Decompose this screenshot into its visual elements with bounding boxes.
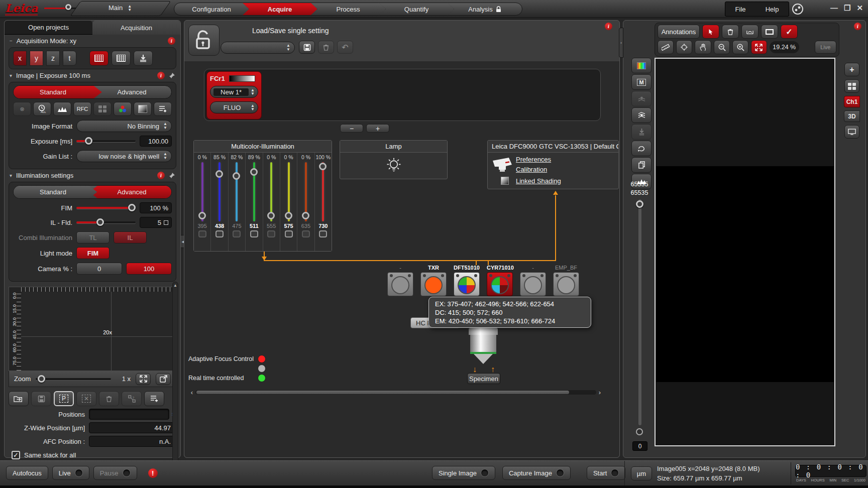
- tab-acquisition[interactable]: Acquisition: [92, 21, 180, 35]
- image-exposure-header[interactable]: ▾ Image | Exposure 100 ms i: [5, 69, 180, 82]
- fim-value[interactable]: 100 %: [140, 202, 172, 213]
- capture-image-button[interactable]: Capture Image: [502, 466, 571, 480]
- dim-y-button[interactable]: y: [30, 51, 43, 66]
- refresh-view-button[interactable]: [631, 141, 652, 156]
- il-fld-slider[interactable]: [76, 221, 136, 223]
- channel-lut-gradient[interactable]: [229, 75, 255, 82]
- preferences-link[interactable]: Preferences: [516, 156, 614, 163]
- fit-to-screen-button[interactable]: [751, 40, 767, 54]
- lock-settings-button[interactable]: [188, 25, 220, 56]
- menu-file[interactable]: File: [735, 6, 746, 13]
- linked-shading-link[interactable]: Linked Shading: [516, 177, 614, 185]
- image-format-select[interactable]: No Binning ▲▼: [76, 120, 172, 132]
- add-view-button[interactable]: +: [844, 63, 859, 76]
- tab-analysis[interactable]: Analysis: [447, 3, 522, 16]
- apply-button[interactable]: ✓: [781, 25, 798, 39]
- fullscreen-view-button[interactable]: [844, 125, 859, 139]
- start-button[interactable]: Start: [587, 466, 625, 480]
- load-positions-button[interactable]: [9, 391, 29, 406]
- live-image[interactable]: [656, 166, 834, 382]
- add-positions-list-button[interactable]: [144, 391, 164, 406]
- tab-3d[interactable]: 3D: [844, 110, 860, 122]
- wavelength-checkbox[interactable]: [319, 230, 327, 237]
- rfc-button[interactable]: RFC: [73, 102, 91, 116]
- autofocus-button[interactable]: Autofocus: [6, 466, 48, 480]
- wavelength-checkbox[interactable]: [302, 230, 310, 237]
- measurement-overlay-button[interactable]: M: [631, 74, 652, 90]
- tab-ch1[interactable]: Ch1: [844, 96, 860, 107]
- scroll-up-icon[interactable]: ▲: [173, 283, 177, 288]
- tile-scan-grid-button[interactable]: [89, 51, 108, 66]
- lamp-panel[interactable]: Lamp: [340, 140, 448, 179]
- menu-help[interactable]: Help: [766, 6, 779, 13]
- tab-quantify[interactable]: Quantify: [379, 3, 454, 16]
- delete-annotation-button[interactable]: [722, 25, 739, 39]
- snapshot-to-stack-button[interactable]: [631, 124, 652, 140]
- histogram-button[interactable]: [53, 102, 71, 116]
- exposure-all-button[interactable]: ALL: [33, 102, 51, 116]
- slider-knob[interactable]: [215, 170, 223, 178]
- main-dropdown[interactable]: Main ▲▼: [108, 4, 132, 12]
- tile-mosaic-button[interactable]: [112, 51, 131, 66]
- disable-icon-button[interactable]: ⊗: [13, 102, 31, 116]
- slider-knob[interactable]: [267, 212, 275, 219]
- exposure-value[interactable]: 100.00: [140, 136, 172, 147]
- info-icon[interactable]: i: [605, 23, 612, 30]
- dim-x-button[interactable]: x: [13, 51, 27, 66]
- tab-process[interactable]: Process: [310, 3, 386, 16]
- specimen-button[interactable]: Specimen: [467, 373, 500, 384]
- dim-z-button[interactable]: z: [46, 51, 60, 66]
- delete-setting-button[interactable]: [318, 41, 334, 54]
- advanced-tab[interactable]: Advanced: [92, 86, 171, 98]
- tl-button[interactable]: TL: [76, 231, 110, 243]
- unit-button[interactable]: µm: [631, 466, 652, 480]
- lut-button[interactable]: [631, 58, 652, 73]
- intensity-slider[interactable]: [267, 162, 275, 221]
- remove-position-button[interactable]: ✕: [76, 391, 96, 406]
- slider-knob[interactable]: [250, 168, 258, 176]
- filter-slot-txr[interactable]: TXR: [420, 265, 447, 296]
- delete-positions-button[interactable]: [99, 391, 119, 406]
- slider-knob[interactable]: [233, 172, 240, 180]
- slider-knob[interactable]: [302, 212, 309, 219]
- fim-slider[interactable]: [76, 207, 136, 209]
- minimize-button[interactable]: —: [830, 4, 838, 13]
- intensity-slider[interactable]: [233, 162, 241, 221]
- dim-t-button[interactable]: t: [63, 51, 76, 66]
- pin-icon[interactable]: [169, 172, 175, 179]
- filter-slot-empty-1[interactable]: -: [387, 265, 413, 296]
- scrollbar-thumb[interactable]: [196, 391, 569, 394]
- filter-slot-emp-bf[interactable]: EMP_BF: [553, 265, 579, 296]
- binning-grid-button[interactable]: [93, 102, 112, 116]
- camera-100-button[interactable]: 100: [126, 263, 172, 275]
- diagram-horizontal-scrollbar[interactable]: ‹ ›: [188, 388, 603, 396]
- save-positions-button[interactable]: [31, 391, 51, 406]
- scroll-left-icon[interactable]: ‹: [188, 389, 195, 396]
- pointer-tool-button[interactable]: [702, 25, 719, 39]
- advanced-tab[interactable]: Advanced: [92, 186, 171, 198]
- measure-tool-button[interactable]: [741, 25, 758, 39]
- display-range-slider[interactable]: [638, 199, 641, 425]
- channel-preset-select[interactable]: New 1* ▲▼: [210, 86, 258, 98]
- il-button[interactable]: IL: [114, 231, 147, 243]
- exposure-slider-knob[interactable]: [85, 137, 92, 145]
- filter-slot-dft51010[interactable]: DFT51010: [454, 265, 480, 296]
- split-view-button[interactable]: [844, 79, 859, 93]
- stage-zoom-knob[interactable]: [38, 375, 45, 383]
- white-level-knob[interactable]: [636, 200, 643, 208]
- close-button[interactable]: ✕: [856, 4, 863, 13]
- pin-icon[interactable]: [169, 72, 175, 79]
- stage-map-area[interactable]: 20x: [21, 292, 176, 371]
- wavelength-checkbox[interactable]: [233, 230, 241, 237]
- left-panel-scrollbar[interactable]: ▲ ▼: [172, 282, 178, 468]
- info-icon[interactable]: i: [168, 37, 175, 45]
- scroll-right-icon[interactable]: ›: [596, 389, 603, 396]
- maximize-button[interactable]: ❐: [844, 4, 850, 13]
- add-to-list-button[interactable]: [154, 102, 172, 116]
- spinner-updown-icon[interactable]: ▲▼: [251, 88, 255, 95]
- standard-tab[interactable]: Standard: [14, 86, 92, 98]
- layers-dim-button[interactable]: [631, 91, 652, 106]
- zoom-out-button[interactable]: [714, 40, 730, 54]
- wavelength-checkbox[interactable]: [267, 230, 275, 237]
- zoom-percent-value[interactable]: 19.24 %: [770, 41, 799, 53]
